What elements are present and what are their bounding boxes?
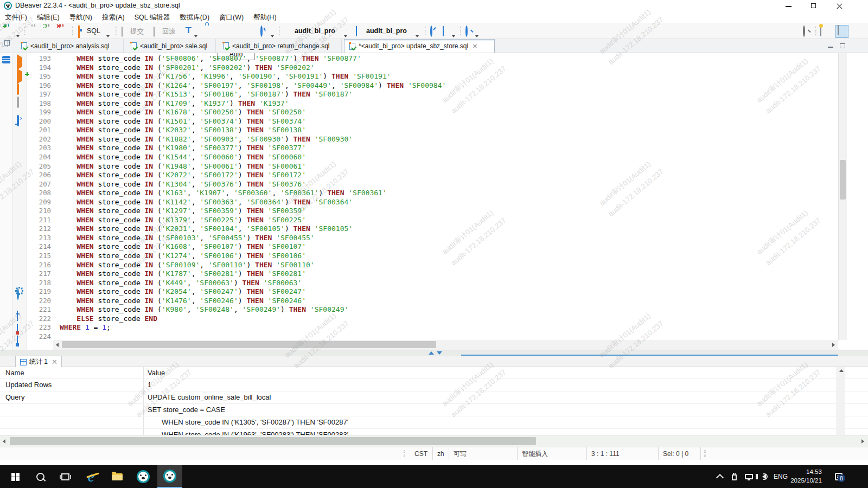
maximize-button[interactable] [801,0,826,12]
code-line[interactable]: 219 WHEN store_code IN ('K2054', 'SF0024… [27,287,838,297]
editor-hscroll-thumb[interactable] [62,341,436,348]
script-info-icon[interactable] [17,336,18,346]
code-line[interactable]: 218 WHEN store_code IN ('K449', 'SF00063… [27,279,838,288]
menu-item-0[interactable]: 文件(F) [0,13,32,22]
code-line[interactable]: 204 WHEN store_code IN ('K1544', 'SF0006… [27,153,838,162]
editor-vscroll-thumb[interactable] [840,160,846,200]
tab-statistics[interactable]: 统计 1 [15,356,62,368]
results-scroll-right-icon[interactable] [861,439,864,444]
database-navigator-icon[interactable] [2,56,10,63]
results-vertical-scrollbar[interactable] [837,367,845,435]
usb-tray-button[interactable] [727,465,741,488]
code-line[interactable]: 220 WHEN store_code IN ('K1476', 'SF0024… [27,297,838,306]
code-line[interactable]: 194 WHEN store_code IN ('SF00201', 'SF00… [27,63,838,73]
code-line[interactable]: 213 WHEN store_code IN ('SF00103', 'SF00… [27,234,838,243]
maximize-editor-icon[interactable] [840,43,845,48]
execute-statement-icon[interactable] [17,57,22,67]
sash-handle[interactable] [429,351,442,355]
code-line[interactable]: 214 WHEN store_code IN ('K1608', 'SF0010… [27,242,838,252]
editor-results-sash[interactable] [0,350,868,356]
code-line[interactable]: 196 WHEN store_code IN ('K1264', 'SF0019… [27,81,838,91]
taskbar-search-button[interactable] [30,465,50,488]
menu-item-1[interactable]: 编辑(E) [32,13,65,22]
scroll-left-icon[interactable] [56,343,59,347]
status-caret-position[interactable]: 3 : 1 : 111 [587,447,659,460]
status-timezone[interactable]: CST [410,447,433,460]
export-result-icon[interactable] [17,311,18,321]
minimize-button[interactable] [776,0,801,12]
sql-button[interactable]: SQL [87,27,100,35]
menu-item-7[interactable]: 帮助(H) [248,13,281,22]
code-line[interactable]: 209 WHEN store_code IN ('K1142', 'SF0036… [27,198,838,207]
status-insert-mode[interactable]: 智能插入 [518,447,587,460]
file-explorer-button[interactable] [106,465,128,488]
open-console-icon[interactable] [17,116,19,126]
compile-icon[interactable] [443,27,444,36]
editor-tab-3[interactable]: *<audit_bi_pro> update_sbz_store.sql [344,39,495,53]
code-line[interactable]: 223WHERE 1 = 1; [27,323,838,332]
close-statistics-tab-icon[interactable] [52,359,57,364]
internet-explorer-button[interactable]: e [80,465,102,488]
minimize-editor-icon[interactable] [828,47,833,48]
compile-dropdown-icon[interactable] [452,30,455,40]
action-center-button[interactable]: 8 [829,465,848,488]
results-scroll-up-icon[interactable] [839,369,844,372]
sql-code-editor[interactable]: 193 WHEN store_code IN ('SF00806', 'SF00… [27,54,838,340]
code-line[interactable]: 205 WHEN store_code IN ('K1948', 'SF0006… [27,162,838,171]
open-perspective-icon[interactable] [820,27,821,36]
status-language[interactable]: zh [433,447,449,460]
network-tray-button[interactable] [741,465,756,488]
results-col-value[interactable]: Value [148,369,165,377]
code-line[interactable]: 201 WHEN store_code IN ('K2032', 'SF0013… [27,126,838,135]
connection-dropdown-icon[interactable] [344,30,347,40]
code-line[interactable]: 207 WHEN store_code IN ('K1304', 'SF0037… [27,180,838,189]
clock-button[interactable]: 14:53 2025/10/21 [788,465,825,488]
code-line[interactable]: 206 WHEN store_code IN ('K2072', 'SF0017… [27,171,838,180]
results-horizontal-scrollbar[interactable] [0,435,868,447]
editor-tab-0[interactable]: <audit_bi_pro> analysis.sql [16,39,124,53]
code-line[interactable]: 217 WHEN store_code IN ('K1787', 'SF0028… [27,269,838,279]
scroll-right-icon[interactable] [832,343,835,347]
results-row[interactable]: WHEN store_code IN ('K1305', 'SF00287') … [0,416,868,429]
code-line[interactable]: 199 WHEN store_code IN ('K1678', 'SF0025… [27,108,838,117]
code-line[interactable]: 195 WHEN store_code IN ('K1756', 'K1996'… [27,72,838,81]
menu-item-6[interactable]: 窗口(W) [214,13,248,22]
status-selection[interactable]: Sel: 0 | 0 [659,447,701,460]
sql-dropdown-icon[interactable] [106,30,110,40]
explain-plan-icon[interactable] [17,98,19,107]
code-line[interactable]: 210 WHEN store_code IN ('K1297', 'SF0035… [27,207,838,216]
schema-icon[interactable] [356,27,357,36]
code-line[interactable]: 212 WHEN store_code IN ('K2031', 'SF0010… [27,224,838,234]
code-line[interactable]: 215 WHEN store_code IN ('K1274', 'SF0010… [27,252,838,261]
language-indicator[interactable]: ENG [771,465,790,488]
editor-tab-2[interactable]: <audit_bi_pro> return_change.sql [218,39,342,53]
quick-access-search-icon[interactable] [803,27,805,36]
editor-tab-1[interactable]: <audit_bi_pro> sale.sql [126,39,216,53]
code-line[interactable]: 216 WHEN store_code IN ('SF00109', 'SF00… [27,261,838,270]
menu-item-4[interactable]: SQL 编辑器 [130,13,175,22]
close-button[interactable] [827,0,852,12]
sash-down-icon[interactable] [437,351,442,355]
tray-expand-button[interactable] [713,465,727,488]
sql-editor-icon[interactable] [78,27,80,37]
rollback-icon[interactable] [154,27,155,37]
code-line[interactable]: 197 WHEN store_code IN ('K1513', 'SF0018… [27,90,838,99]
results-row[interactable]: WHEN store_code IN ('K1963', 'SF00283') … [0,429,868,435]
history-dropdown-icon[interactable] [271,30,274,40]
transaction-dropdown-icon[interactable] [194,30,197,40]
editor-horizontal-scrollbar[interactable] [53,340,838,350]
results-row[interactable]: Updated Rows1 [0,379,868,391]
dbeaver-taskbar-button-active[interactable] [157,465,182,488]
code-line[interactable]: 221 WHEN store_code IN ('K980', 'SF00248… [27,305,838,314]
results-row[interactable]: QueryUPDATE custom_online_sale_bill_loca… [0,391,868,404]
code-line[interactable]: 203 WHEN store_code IN ('K1980', 'SF0037… [27,144,838,153]
history-icon[interactable] [260,27,263,36]
results-row[interactable]: SET store_code = CASE [0,404,868,416]
code-line[interactable]: 193 WHEN store_code IN ('SF00806', 'SF00… [27,54,838,63]
editor-vertical-scrollbar[interactable] [838,53,847,340]
connection-selector[interactable]: audit_bi_pro [295,27,335,35]
results-scroll-left-icon[interactable] [3,439,5,444]
sash-up-icon[interactable] [429,351,434,355]
settings-gear-icon[interactable] [17,290,19,299]
dbeaver-perspective-icon[interactable] [835,25,848,38]
